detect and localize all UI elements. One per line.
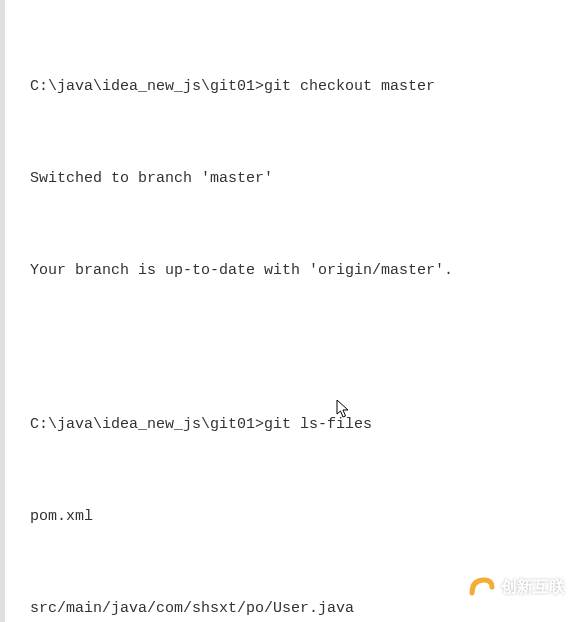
terminal-output: C:\java\idea_new_js\git01>git checkout m… xyxy=(30,10,568,622)
terminal-line: C:\java\idea_new_js\git01>git checkout m… xyxy=(30,72,568,103)
terminal-line: Your branch is up-to-date with 'origin/m… xyxy=(30,256,568,287)
watermark-text: 创新互联 xyxy=(501,571,565,604)
watermark-logo-icon xyxy=(466,573,496,603)
watermark: 创新互联 xyxy=(466,571,565,604)
terminal-line: pom.xml xyxy=(30,502,568,533)
terminal-line: Switched to branch 'master' xyxy=(30,164,568,195)
terminal-line: C:\java\idea_new_js\git01>git ls-files xyxy=(30,410,568,441)
